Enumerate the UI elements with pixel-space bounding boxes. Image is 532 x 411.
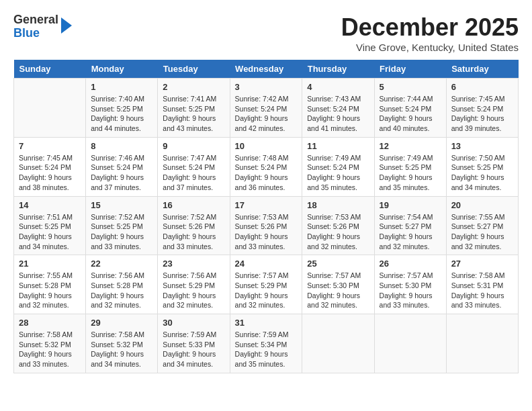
day-cell	[446, 314, 518, 373]
header: General Blue December 2025 Vine Grove, K…	[13, 13, 519, 53]
day-cell: 3Sunrise: 7:42 AM Sunset: 5:24 PM Daylig…	[230, 79, 302, 138]
day-cell: 8Sunrise: 7:46 AM Sunset: 5:24 PM Daylig…	[86, 137, 158, 196]
day-info: Sunrise: 7:52 AM Sunset: 5:25 PM Dayligh…	[91, 212, 152, 252]
week-row-1: 1Sunrise: 7:40 AM Sunset: 5:25 PM Daylig…	[14, 79, 519, 138]
day-number: 29	[91, 318, 152, 328]
day-cell: 30Sunrise: 7:59 AM Sunset: 5:33 PM Dayli…	[158, 314, 230, 373]
day-info: Sunrise: 7:52 AM Sunset: 5:26 PM Dayligh…	[163, 212, 224, 252]
day-number: 20	[451, 200, 513, 210]
day-cell: 19Sunrise: 7:54 AM Sunset: 5:27 PM Dayli…	[374, 196, 446, 255]
day-number: 25	[307, 259, 369, 269]
month-title: December 2025	[341, 13, 519, 42]
day-cell: 28Sunrise: 7:58 AM Sunset: 5:32 PM Dayli…	[14, 314, 86, 373]
day-info: Sunrise: 7:47 AM Sunset: 5:24 PM Dayligh…	[163, 153, 224, 193]
day-number: 4	[307, 82, 369, 92]
day-number: 17	[235, 200, 298, 210]
day-info: Sunrise: 7:53 AM Sunset: 5:26 PM Dayligh…	[235, 212, 298, 252]
day-cell: 6Sunrise: 7:45 AM Sunset: 5:24 PM Daylig…	[446, 79, 518, 138]
day-number: 10	[235, 141, 298, 151]
day-cell: 14Sunrise: 7:51 AM Sunset: 5:25 PM Dayli…	[14, 196, 86, 255]
day-number: 26	[380, 259, 441, 269]
logo-general-text: General	[13, 13, 58, 26]
day-cell: 16Sunrise: 7:52 AM Sunset: 5:26 PM Dayli…	[158, 196, 230, 255]
day-cell: 10Sunrise: 7:48 AM Sunset: 5:24 PM Dayli…	[230, 137, 302, 196]
day-cell: 24Sunrise: 7:57 AM Sunset: 5:29 PM Dayli…	[230, 255, 302, 314]
day-cell: 26Sunrise: 7:57 AM Sunset: 5:30 PM Dayli…	[374, 255, 446, 314]
day-info: Sunrise: 7:57 AM Sunset: 5:30 PM Dayligh…	[380, 271, 441, 310]
day-cell	[302, 314, 374, 373]
day-number: 18	[307, 200, 369, 210]
calendar-table: SundayMondayTuesdayWednesdayThursdayFrid…	[13, 60, 519, 373]
location: Vine Grove, Kentucky, United States	[341, 42, 519, 53]
header-wednesday: Wednesday	[230, 60, 302, 79]
day-number: 7	[19, 141, 81, 151]
day-info: Sunrise: 7:50 AM Sunset: 5:25 PM Dayligh…	[451, 153, 513, 193]
header-saturday: Saturday	[446, 60, 518, 79]
days-header-row: SundayMondayTuesdayWednesdayThursdayFrid…	[14, 60, 519, 79]
day-info: Sunrise: 7:59 AM Sunset: 5:33 PM Dayligh…	[163, 330, 224, 369]
day-cell	[374, 314, 446, 373]
day-cell: 4Sunrise: 7:43 AM Sunset: 5:24 PM Daylig…	[302, 79, 374, 138]
day-cell: 15Sunrise: 7:52 AM Sunset: 5:25 PM Dayli…	[86, 196, 158, 255]
day-number: 13	[451, 141, 513, 151]
day-cell: 27Sunrise: 7:58 AM Sunset: 5:31 PM Dayli…	[446, 255, 518, 314]
day-cell: 23Sunrise: 7:56 AM Sunset: 5:29 PM Dayli…	[158, 255, 230, 314]
day-number: 21	[19, 259, 81, 269]
day-cell: 1Sunrise: 7:40 AM Sunset: 5:25 PM Daylig…	[86, 79, 158, 138]
day-info: Sunrise: 7:58 AM Sunset: 5:32 PM Dayligh…	[91, 330, 152, 369]
day-info: Sunrise: 7:57 AM Sunset: 5:30 PM Dayligh…	[307, 271, 369, 310]
day-info: Sunrise: 7:57 AM Sunset: 5:29 PM Dayligh…	[235, 271, 298, 310]
day-info: Sunrise: 7:43 AM Sunset: 5:24 PM Dayligh…	[307, 94, 369, 134]
day-info: Sunrise: 7:59 AM Sunset: 5:34 PM Dayligh…	[235, 330, 298, 369]
day-number: 6	[451, 82, 513, 92]
day-cell: 20Sunrise: 7:55 AM Sunset: 5:27 PM Dayli…	[446, 196, 518, 255]
day-info: Sunrise: 7:58 AM Sunset: 5:32 PM Dayligh…	[19, 330, 81, 369]
logo-block: General Blue	[13, 13, 58, 40]
day-cell: 22Sunrise: 7:56 AM Sunset: 5:28 PM Dayli…	[86, 255, 158, 314]
day-info: Sunrise: 7:51 AM Sunset: 5:25 PM Dayligh…	[19, 212, 81, 252]
header-tuesday: Tuesday	[158, 60, 230, 79]
day-number: 2	[163, 82, 224, 92]
week-row-5: 28Sunrise: 7:58 AM Sunset: 5:32 PM Dayli…	[14, 314, 519, 373]
day-info: Sunrise: 7:56 AM Sunset: 5:28 PM Dayligh…	[91, 271, 152, 310]
day-info: Sunrise: 7:49 AM Sunset: 5:25 PM Dayligh…	[380, 153, 441, 193]
day-number: 31	[235, 318, 298, 328]
day-cell: 9Sunrise: 7:47 AM Sunset: 5:24 PM Daylig…	[158, 137, 230, 196]
day-info: Sunrise: 7:42 AM Sunset: 5:24 PM Dayligh…	[235, 94, 298, 134]
day-number: 3	[235, 82, 298, 92]
day-cell: 13Sunrise: 7:50 AM Sunset: 5:25 PM Dayli…	[446, 137, 518, 196]
day-info: Sunrise: 7:55 AM Sunset: 5:27 PM Dayligh…	[451, 212, 513, 252]
header-sunday: Sunday	[14, 60, 86, 79]
day-cell: 11Sunrise: 7:49 AM Sunset: 5:24 PM Dayli…	[302, 137, 374, 196]
day-cell: 5Sunrise: 7:44 AM Sunset: 5:24 PM Daylig…	[374, 79, 446, 138]
day-cell: 7Sunrise: 7:45 AM Sunset: 5:24 PM Daylig…	[14, 137, 86, 196]
day-number: 27	[451, 259, 513, 269]
day-number: 11	[307, 141, 369, 151]
day-info: Sunrise: 7:45 AM Sunset: 5:24 PM Dayligh…	[19, 153, 81, 193]
day-number: 15	[91, 200, 152, 210]
day-info: Sunrise: 7:55 AM Sunset: 5:28 PM Dayligh…	[19, 271, 81, 310]
day-number: 8	[91, 141, 152, 151]
title-area: December 2025 Vine Grove, Kentucky, Unit…	[341, 13, 519, 53]
day-cell	[14, 79, 86, 138]
week-row-2: 7Sunrise: 7:45 AM Sunset: 5:24 PM Daylig…	[14, 137, 519, 196]
week-row-3: 14Sunrise: 7:51 AM Sunset: 5:25 PM Dayli…	[14, 196, 519, 255]
day-cell: 18Sunrise: 7:53 AM Sunset: 5:26 PM Dayli…	[302, 196, 374, 255]
day-number: 28	[19, 318, 81, 328]
day-info: Sunrise: 7:54 AM Sunset: 5:27 PM Dayligh…	[380, 212, 441, 252]
day-cell: 29Sunrise: 7:58 AM Sunset: 5:32 PM Dayli…	[86, 314, 158, 373]
day-info: Sunrise: 7:53 AM Sunset: 5:26 PM Dayligh…	[307, 212, 369, 252]
day-info: Sunrise: 7:49 AM Sunset: 5:24 PM Dayligh…	[307, 153, 369, 193]
day-info: Sunrise: 7:44 AM Sunset: 5:24 PM Dayligh…	[380, 94, 441, 134]
day-number: 16	[163, 200, 224, 210]
header-thursday: Thursday	[302, 60, 374, 79]
day-number: 23	[163, 259, 224, 269]
day-number: 22	[91, 259, 152, 269]
day-cell: 2Sunrise: 7:41 AM Sunset: 5:25 PM Daylig…	[158, 79, 230, 138]
day-number: 1	[91, 82, 152, 92]
day-cell: 25Sunrise: 7:57 AM Sunset: 5:30 PM Dayli…	[302, 255, 374, 314]
header-friday: Friday	[374, 60, 446, 79]
day-info: Sunrise: 7:58 AM Sunset: 5:31 PM Dayligh…	[451, 271, 513, 310]
day-number: 14	[19, 200, 81, 210]
day-cell: 21Sunrise: 7:55 AM Sunset: 5:28 PM Dayli…	[14, 255, 86, 314]
